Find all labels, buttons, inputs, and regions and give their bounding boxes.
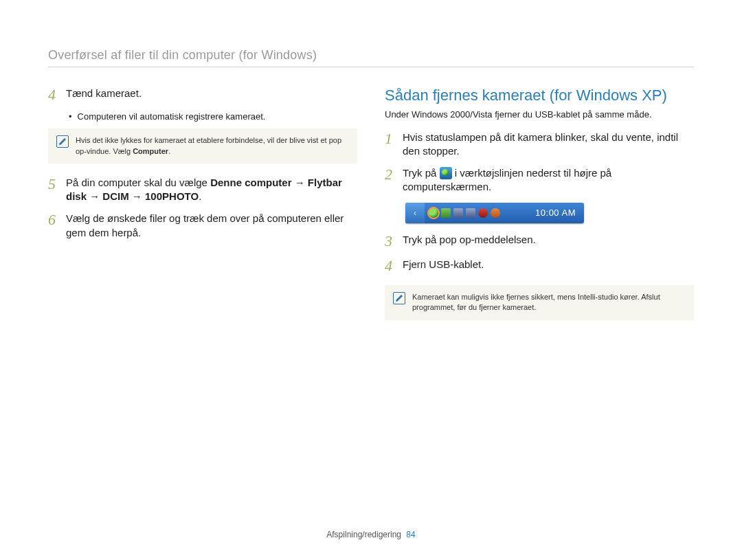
- step-text: Tænd kameraet.: [66, 87, 357, 103]
- footer-page-number: 84: [406, 530, 415, 539]
- step-number: 4: [48, 87, 66, 103]
- step-text: Fjern USB-kablet.: [403, 258, 694, 274]
- step-number: 2: [385, 166, 403, 194]
- footer-section: Afspilning/redigering: [326, 530, 401, 539]
- tray-expand-icon: ‹: [405, 203, 425, 223]
- note-icon: [393, 292, 405, 304]
- note-icon: [56, 135, 69, 148]
- note-text-pre: Hvis det ikke lykkes for kameraet at eta…: [76, 136, 341, 155]
- step-number: 1: [385, 131, 403, 159]
- left-column: 4 Tænd kameraet. Computeren vil automati…: [48, 87, 357, 333]
- t: På din computer skal du vælge: [66, 177, 210, 188]
- step-text: Hvis statuslampen på dit kamera blinker,…: [403, 131, 694, 159]
- step-6-left: 6 Vælg de ønskede filer og træk dem over…: [48, 212, 357, 240]
- step-text: Tryk på i værktøjslinjen nederst til høj…: [403, 166, 694, 194]
- t: DCIM: [102, 190, 128, 202]
- system-tray-image: ‹ 10:00 AM: [405, 203, 584, 223]
- tray-icon: [441, 208, 451, 218]
- section-subtext: Under Windows 2000/Vista fjerner du USB-…: [385, 109, 694, 121]
- t: Tryk på: [403, 167, 440, 179]
- step-4-right: 4 Fjern USB-kablet.: [385, 258, 694, 274]
- page: Overførsel af filer til din computer (fo…: [0, 0, 742, 560]
- step-2-right: 2 Tryk på i værktøjslinjen nederst til h…: [385, 166, 694, 194]
- step-5-left: 5 På din computer skal du vælge Denne co…: [48, 176, 357, 204]
- tray-icon: [491, 208, 500, 218]
- header-rule: [48, 67, 694, 67]
- step-number: 5: [48, 176, 66, 204]
- note-text-post: .: [168, 147, 170, 155]
- tray-safely-remove-icon: [429, 208, 438, 218]
- page-header-title: Overførsel af filer til din computer (fo…: [48, 48, 694, 63]
- step-number: 6: [48, 212, 66, 240]
- step-1-right: 1 Hvis statuslampen på dit kamera blinke…: [385, 131, 694, 159]
- tray-icon: [466, 208, 475, 218]
- tray-icon: [453, 208, 463, 218]
- t: .: [199, 190, 201, 202]
- arrow: →: [87, 190, 102, 202]
- step-text: På din computer skal du vælge Denne comp…: [66, 176, 357, 204]
- tray-icons: [425, 208, 504, 218]
- t: 100PHOTO: [145, 190, 199, 202]
- tray-clock: 10:00 AM: [527, 208, 584, 218]
- note-box-2: Kameraet kan muligvis ikke fjernes sikke…: [385, 285, 694, 320]
- t: Denne computer: [210, 177, 291, 188]
- bullet-text: Computeren vil automatisk registrere kam…: [78, 111, 266, 122]
- safely-remove-icon: [440, 167, 452, 179]
- note-text: Kameraet kan muligvis ikke fjernes sikke…: [412, 292, 686, 313]
- arrow: →: [291, 177, 307, 188]
- step-3-right: 3 Tryk på pop op-meddelelsen.: [385, 233, 694, 249]
- step-number: 4: [385, 258, 403, 274]
- page-footer: Afspilning/redigering 84: [0, 530, 742, 539]
- step-number: 3: [385, 233, 403, 249]
- arrow: →: [129, 190, 145, 202]
- note-text: Hvis det ikke lykkes for kameraet at eta…: [76, 135, 349, 157]
- note-box-1: Hvis det ikke lykkes for kameraet at eta…: [48, 128, 357, 164]
- note-text-bold: Computer: [133, 147, 168, 155]
- step-text: Vælg de ønskede filer og træk dem over p…: [66, 212, 357, 240]
- bullet-item: Computeren vil automatisk registrere kam…: [69, 111, 357, 122]
- section-heading: Sådan fjernes kameraet (for Windows XP): [385, 87, 694, 104]
- step-4-left: 4 Tænd kameraet.: [48, 87, 357, 103]
- step-text: Tryk på pop op-meddelelsen.: [403, 233, 694, 249]
- right-column: Sådan fjernes kameraet (for Windows XP) …: [385, 87, 694, 333]
- columns: 4 Tænd kameraet. Computeren vil automati…: [48, 87, 694, 333]
- tray-icon: [478, 208, 488, 218]
